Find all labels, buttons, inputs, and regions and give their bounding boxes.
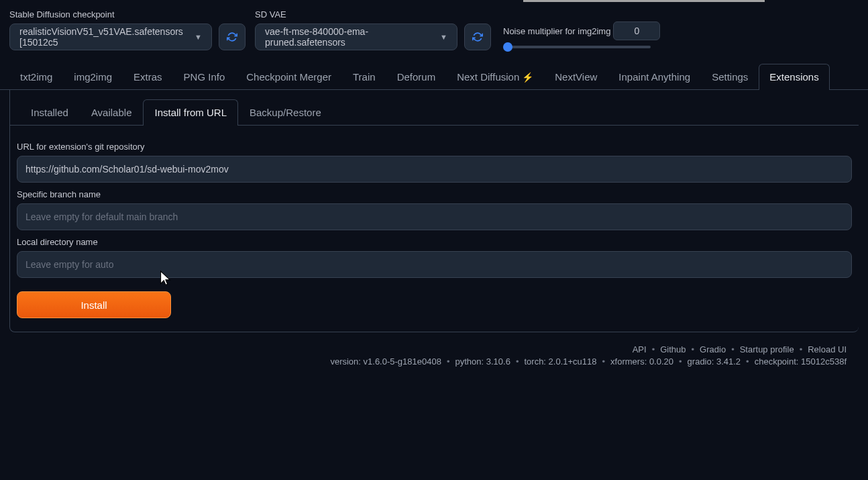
tab-settings[interactable]: Settings xyxy=(701,64,759,89)
tab-png-info[interactable]: PNG Info xyxy=(173,64,236,89)
footer-checkpoint: checkpoint: 15012c538f xyxy=(755,356,847,367)
dir-label: Local directory name xyxy=(17,237,852,247)
footer-link-startup-profile[interactable]: Startup profile xyxy=(740,344,794,354)
footer-link-api[interactable]: API xyxy=(633,344,647,354)
noise-slider[interactable] xyxy=(503,46,651,48)
url-label: URL for extension's git repository xyxy=(17,142,852,152)
footer-links: API•Github•Gradio•Startup profile•Reload… xyxy=(0,344,848,354)
main-tabs: txt2imgimg2imgExtrasPNG InfoCheckpoint M… xyxy=(0,64,868,90)
tab-extras[interactable]: Extras xyxy=(123,64,173,89)
url-input[interactable] xyxy=(17,156,852,183)
footer-versions: version: v1.6.0-5-g181e0408•python: 3.10… xyxy=(0,356,848,367)
tab-checkpoint-merger[interactable]: Checkpoint Merger xyxy=(235,64,342,89)
tab-deforum[interactable]: Deforum xyxy=(386,64,447,89)
footer-link-gradio[interactable]: Gradio xyxy=(700,344,726,354)
chevron-down-icon: ▼ xyxy=(440,33,447,41)
checkpoint-label: Stable Diffusion checkpoint xyxy=(9,9,246,19)
subtab-available[interactable]: Available xyxy=(80,99,144,125)
footer-python: python: 3.10.6 xyxy=(455,356,510,367)
branch-input[interactable] xyxy=(17,203,852,230)
progress-bar xyxy=(523,0,765,2)
footer-link-github[interactable]: Github xyxy=(660,344,686,354)
checkpoint-value: realisticVisionV51_v51VAE.safetensors [1… xyxy=(19,26,189,48)
install-button[interactable]: Install xyxy=(17,291,171,318)
tab-extensions[interactable]: Extensions xyxy=(759,64,829,89)
checkpoint-select[interactable]: realisticVisionV51_v51VAE.safetensors [1… xyxy=(9,23,212,50)
tab-train[interactable]: Train xyxy=(342,64,386,89)
vae-label: SD VAE xyxy=(255,9,491,19)
subtab-backup-restore[interactable]: Backup/Restore xyxy=(238,99,333,125)
footer-xformers: xformers: 0.0.20 xyxy=(610,356,673,367)
header-controls: Stable Diffusion checkpoint realisticVis… xyxy=(0,0,868,60)
bolt-icon: ⚡ xyxy=(522,72,533,83)
checkpoint-refresh-button[interactable] xyxy=(219,23,246,50)
tab-nextview[interactable]: NextView xyxy=(544,64,608,89)
vae-value: vae-ft-mse-840000-ema-pruned.safetensors xyxy=(265,26,435,48)
chevron-down-icon: ▼ xyxy=(195,33,202,41)
dir-input[interactable] xyxy=(17,251,852,278)
subtab-installed[interactable]: Installed xyxy=(19,99,80,125)
footer-link-reload-ui[interactable]: Reload UI xyxy=(808,344,847,354)
tab-inpaint-anything[interactable]: Inpaint Anything xyxy=(608,64,701,89)
sub-tabs: InstalledAvailableInstall from URLBackup… xyxy=(10,99,859,126)
extensions-panel: InstalledAvailableInstall from URLBackup… xyxy=(9,90,859,332)
footer-version: version: v1.6.0-5-g181e0408 xyxy=(330,356,441,367)
tab-next-diffusion[interactable]: Next Diffusion⚡ xyxy=(446,64,544,89)
refresh-icon xyxy=(472,32,483,42)
footer: API•Github•Gradio•Startup profile•Reload… xyxy=(0,332,868,367)
noise-label: Noise multiplier for img2img xyxy=(503,26,610,36)
subtab-install-from-url[interactable]: Install from URL xyxy=(143,99,238,125)
vae-select[interactable]: vae-ft-mse-840000-ema-pruned.safetensors… xyxy=(255,23,457,50)
install-from-url-form: URL for extension's git repository Speci… xyxy=(10,132,859,318)
noise-value-input[interactable] xyxy=(613,21,660,40)
tab-img2img[interactable]: img2img xyxy=(63,64,123,89)
branch-label: Specific branch name xyxy=(17,189,852,199)
tab-txt2img[interactable]: txt2img xyxy=(9,64,63,89)
vae-refresh-button[interactable] xyxy=(464,23,491,50)
footer-gradio: gradio: 3.41.2 xyxy=(688,356,741,367)
refresh-icon xyxy=(227,32,237,42)
footer-torch: torch: 2.0.1+cu118 xyxy=(524,356,596,367)
